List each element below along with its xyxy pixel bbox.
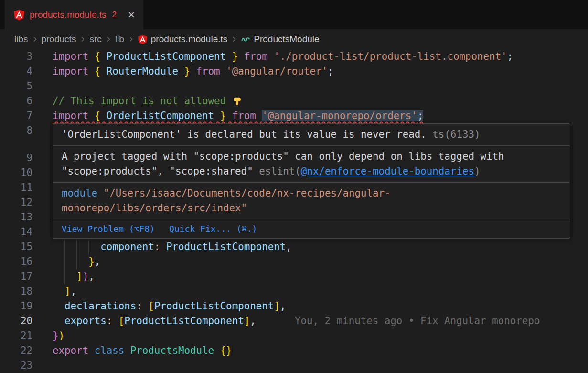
line-number[interactable]: 17 bbox=[0, 269, 32, 284]
hover-text-line: module "/Users/isaac/Documents/code/nx-r… bbox=[62, 186, 561, 201]
code-text: ]), bbox=[53, 269, 95, 284]
chevron-right-icon bbox=[127, 35, 135, 43]
code-line-18[interactable]: 18 ], bbox=[0, 284, 588, 299]
code-text: ], bbox=[53, 284, 76, 299]
line-number[interactable]: 4 bbox=[0, 64, 32, 79]
breadcrumb-item-src[interactable]: src bbox=[89, 34, 101, 44]
chevron-right-icon bbox=[79, 35, 86, 43]
line-number[interactable]: 3 bbox=[0, 49, 32, 64]
code-line-23[interactable]: 23 bbox=[0, 358, 588, 373]
line-number[interactable]: 23 bbox=[0, 358, 32, 373]
line-number[interactable]: 16 bbox=[0, 254, 32, 269]
vscode-window: products.module.ts 2 × libs products src… bbox=[0, 0, 588, 373]
quick-fix-action[interactable]: Quick Fix... (⌘.) bbox=[169, 224, 257, 234]
angular-icon bbox=[13, 9, 25, 21]
view-problem-action[interactable]: View Problem (⌥F8) bbox=[62, 224, 155, 234]
code-text: declarations: [ProductListComponent], bbox=[53, 299, 286, 314]
tab-bar: products.module.ts 2 × bbox=[0, 0, 588, 29]
line-number[interactable]: 13 bbox=[0, 210, 32, 225]
problem-count-badge: 2 bbox=[112, 10, 117, 20]
line-number[interactable]: 5 bbox=[0, 79, 32, 94]
code-line-17[interactable]: 17 ]), bbox=[0, 269, 588, 284]
hover-text-line: 'OrderListComponent' is declared but its… bbox=[62, 127, 561, 142]
angular-icon bbox=[138, 34, 148, 44]
code-text: export class ProductsModule {} bbox=[53, 343, 232, 358]
code-text: component: ProductListComponent, bbox=[53, 240, 292, 254]
code-text: import { ProductListComponent } from './… bbox=[53, 49, 513, 64]
code-line-15[interactable]: 15 component: ProductListComponent, bbox=[0, 240, 588, 254]
breadcrumb-item-file[interactable]: products.module.ts bbox=[151, 34, 228, 44]
line-number[interactable]: 15 bbox=[0, 240, 32, 254]
hover-text-line: monorepo/libs/orders/src/index" bbox=[62, 201, 561, 216]
line-number[interactable]: 14 bbox=[0, 225, 32, 240]
code-editor: 3import { ProductListComponent } from '.… bbox=[0, 49, 588, 373]
chevron-right-icon bbox=[105, 35, 112, 43]
code-line-21[interactable]: 21}) bbox=[0, 329, 588, 343]
hover-section-3: module "/Users/isaac/Documents/code/nx-r… bbox=[53, 182, 570, 219]
line-number[interactable]: 8 bbox=[0, 123, 32, 138]
code-line-4[interactable]: 4import { RouterModule } from '@angular/… bbox=[0, 64, 588, 79]
code-line-20[interactable]: 20 exports: [ProductListComponent],You, … bbox=[0, 314, 588, 329]
breadcrumb-item-symbol[interactable]: ProductsModule bbox=[254, 34, 319, 44]
hover-text-line: A project tagged with "scope:products" c… bbox=[62, 149, 561, 164]
code-line-22[interactable]: 22export class ProductsModule {} bbox=[0, 343, 588, 358]
breadcrumb-item-lib[interactable]: lib bbox=[115, 34, 124, 44]
pointing-down-emoji bbox=[232, 95, 242, 107]
code-text: exports: [ProductListComponent], bbox=[53, 314, 256, 329]
line-number[interactable]: 10 bbox=[0, 165, 32, 180]
line-number[interactable]: 21 bbox=[0, 329, 32, 343]
line-number[interactable]: 22 bbox=[0, 343, 32, 358]
line-number[interactable]: 7 bbox=[0, 109, 32, 123]
tab-products-module-ts[interactable]: products.module.ts 2 × bbox=[5, 0, 143, 29]
line-number[interactable]: 9 bbox=[0, 151, 32, 165]
hover-text-line: "scope:products", "scope:shared" eslint(… bbox=[62, 164, 561, 179]
close-icon[interactable]: × bbox=[128, 9, 135, 21]
code-line-5[interactable]: 5 bbox=[0, 79, 588, 94]
line-number[interactable]: 18 bbox=[0, 284, 32, 299]
code-line-16[interactable]: 16 }, bbox=[0, 254, 588, 269]
code-text: // This import is not allowed bbox=[53, 94, 242, 109]
breadcrumb-item-libs[interactable]: libs bbox=[14, 34, 28, 44]
code-text: import { OrderListComponent } from '@ang… bbox=[53, 109, 423, 123]
breadcrumb-item-products[interactable]: products bbox=[42, 34, 76, 44]
chevron-right-icon bbox=[31, 35, 39, 43]
code-text: }) bbox=[53, 329, 64, 343]
line-number[interactable]: 12 bbox=[0, 195, 32, 210]
nx-enforce-module-boundaries-link[interactable]: @nx/enforce-module-boundaries bbox=[301, 165, 474, 177]
breadcrumb: libs products src lib products.module.ts… bbox=[0, 29, 588, 49]
error-hover-popup: 'OrderListComponent' is declared but its… bbox=[53, 123, 570, 239]
line-number[interactable]: 20 bbox=[0, 314, 32, 329]
code-text: import { RouterModule } from '@angular/r… bbox=[53, 64, 334, 79]
hover-actions-bar: View Problem (⌥F8)Quick Fix... (⌘.) bbox=[53, 219, 570, 238]
code-line-3[interactable]: 3import { ProductListComponent } from '.… bbox=[0, 49, 588, 64]
hover-section-1: 'OrderListComponent' is declared but its… bbox=[53, 124, 570, 145]
code-line-6[interactable]: 6// This import is not allowed bbox=[0, 94, 588, 109]
line-number[interactable]: 19 bbox=[0, 299, 32, 314]
module-symbol-icon bbox=[241, 34, 250, 44]
code-line-7[interactable]: 7import { OrderListComponent } from '@an… bbox=[0, 109, 588, 123]
code-line-19[interactable]: 19 declarations: [ProductListComponent], bbox=[0, 299, 588, 314]
code-text: }, bbox=[53, 254, 100, 269]
chevron-right-icon bbox=[230, 35, 238, 43]
line-number[interactable]: 6 bbox=[0, 94, 32, 109]
git-blame-annotation: You, 2 minutes ago • Fix Angular monorep… bbox=[295, 314, 540, 329]
tab-label: products.module.ts bbox=[30, 10, 107, 20]
hover-section-2: A project tagged with "scope:products" c… bbox=[53, 145, 570, 182]
line-number[interactable]: 11 bbox=[0, 180, 32, 195]
hover-messages: 'OrderListComponent' is declared but its… bbox=[53, 124, 570, 219]
